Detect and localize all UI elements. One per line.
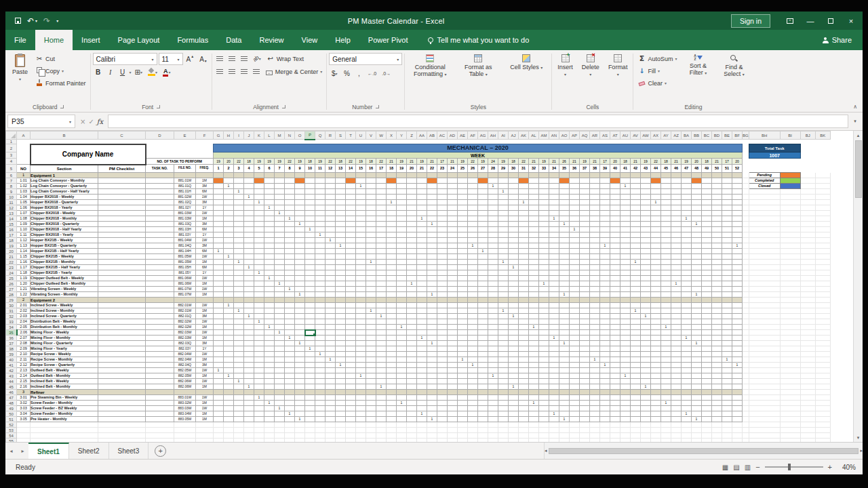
week-cell[interactable] (295, 330, 305, 336)
week-cell[interactable]: 1 (498, 260, 509, 265)
col-header-Z[interactable]: Z (407, 131, 417, 140)
week-cell[interactable] (631, 189, 641, 195)
week-cell[interactable] (488, 249, 498, 254)
week-count-cell[interactable]: 21 (671, 159, 682, 165)
week-cell[interactable] (641, 379, 651, 384)
empty-cell[interactable] (146, 152, 214, 159)
week-cell[interactable] (529, 341, 539, 346)
empty-cell[interactable] (749, 303, 780, 308)
week-cell[interactable] (631, 184, 641, 189)
week-cell[interactable] (682, 178, 692, 184)
section-cell[interactable] (498, 390, 509, 395)
task-number-cell[interactable] (146, 357, 174, 363)
week-cell[interactable] (478, 200, 488, 205)
week-cell[interactable] (366, 373, 376, 379)
week-cell[interactable] (702, 216, 712, 222)
week-cell[interactable] (641, 243, 651, 249)
week-count-cell[interactable]: 21 (570, 159, 580, 165)
empty-cell[interactable] (224, 422, 234, 428)
row-header-26[interactable]: 26 (6, 281, 17, 287)
week-cell[interactable] (376, 352, 387, 357)
task-no-cell[interactable]: 2.11 (17, 357, 31, 363)
week-cell[interactable] (376, 341, 387, 346)
week-cell[interactable] (610, 276, 620, 281)
week-cell[interactable] (224, 270, 234, 276)
week-cell[interactable] (285, 417, 295, 422)
week-cell[interactable] (671, 254, 682, 260)
week-cell[interactable] (509, 292, 519, 298)
week-cell[interactable] (732, 346, 743, 352)
week-cell[interactable] (620, 314, 631, 319)
empty-cell[interactable] (800, 341, 815, 346)
week-cell[interactable] (214, 265, 224, 270)
week-cell[interactable] (407, 336, 417, 341)
week-cell[interactable] (417, 287, 427, 292)
collapse-ribbon-icon[interactable]: ∧ (853, 104, 857, 110)
empty-cell[interactable] (815, 211, 830, 216)
task-no-cell[interactable]: 1.10 (17, 227, 31, 232)
file-no-cell[interactable]: 881.05Y (174, 270, 196, 276)
week-cell[interactable] (549, 395, 559, 401)
task-number-cell[interactable] (146, 325, 174, 330)
task-name-cell[interactable]: Mixing Floor - Monthly (31, 336, 98, 341)
week-cell[interactable] (600, 287, 610, 292)
col-header-AH[interactable]: AH (488, 131, 498, 140)
week-cell[interactable] (580, 379, 590, 384)
col-header-U[interactable]: U (356, 131, 366, 140)
section-cell[interactable] (244, 173, 254, 178)
freq-cell[interactable]: 1M (196, 401, 214, 406)
week-cell[interactable] (387, 336, 397, 341)
week-cell[interactable] (234, 357, 244, 363)
empty-cell[interactable] (743, 222, 749, 227)
week-cell[interactable] (417, 417, 427, 422)
section-cell[interactable] (580, 298, 590, 303)
week-count-cell[interactable]: 26 (559, 159, 570, 165)
week-cell[interactable] (315, 357, 326, 363)
week-cell[interactable] (498, 411, 509, 417)
week-cell[interactable] (559, 303, 570, 308)
week-cell[interactable] (315, 325, 326, 330)
empty-cell[interactable] (580, 433, 590, 439)
week-cell[interactable] (682, 254, 692, 260)
week-cell[interactable] (437, 395, 448, 401)
week-cell[interactable] (214, 281, 224, 287)
week-cell[interactable] (600, 195, 610, 200)
align-right-button[interactable] (239, 66, 250, 77)
week-cell[interactable] (356, 238, 366, 243)
week-cell[interactable] (417, 249, 427, 254)
empty-cell[interactable] (610, 433, 620, 439)
task-no-cell[interactable]: 3.03 (17, 406, 31, 411)
week-cell[interactable] (682, 287, 692, 292)
empty-cell[interactable] (196, 428, 214, 433)
week-cell[interactable] (448, 287, 458, 292)
week-cell[interactable] (549, 363, 559, 368)
row-header-15[interactable]: 15 (6, 222, 17, 227)
week-cell[interactable] (214, 189, 224, 195)
normal-view-button[interactable]: ▦ (722, 464, 728, 471)
week-cell[interactable] (315, 395, 326, 401)
week-cell[interactable] (387, 346, 397, 352)
empty-cell[interactable] (17, 428, 31, 433)
week-cell[interactable] (326, 303, 336, 308)
week-cell[interactable] (275, 336, 285, 341)
week-cell[interactable] (682, 184, 692, 189)
week-cell[interactable] (244, 292, 254, 298)
task-no-cell[interactable]: 1.12 (17, 238, 31, 243)
week-cell[interactable] (346, 216, 356, 222)
week-cell[interactable] (336, 222, 346, 227)
week-cell[interactable] (397, 417, 407, 422)
col-header-O[interactable]: O (295, 131, 305, 140)
week-cell[interactable] (275, 254, 285, 260)
week-cell[interactable] (254, 292, 264, 298)
empty-cell[interactable] (743, 292, 749, 298)
task-name-cell[interactable]: Chipper BX2018 - Yearly (31, 232, 98, 238)
week-cell[interactable] (702, 357, 712, 363)
freq-cell[interactable]: 3M (196, 341, 214, 346)
borders-button[interactable]: ⊞▾ (133, 66, 144, 78)
file-no-cell[interactable]: 882.03M (174, 336, 196, 341)
week-count-cell[interactable]: 21 (427, 159, 437, 165)
week-count-cell[interactable]: 21 (631, 159, 641, 165)
week-cell[interactable] (254, 205, 264, 211)
section-cell[interactable] (356, 298, 366, 303)
week-cell[interactable] (244, 211, 254, 216)
